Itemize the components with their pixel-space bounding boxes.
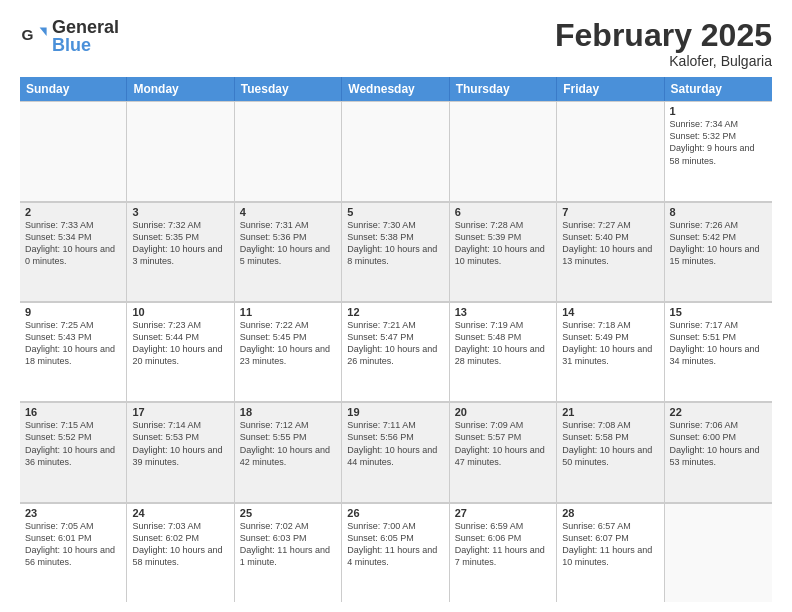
cell-detail: Sunrise: 7:09 AM Sunset: 5:57 PM Dayligh… [455,419,551,468]
cell-detail: Sunrise: 7:33 AM Sunset: 5:34 PM Dayligh… [25,219,121,268]
logo: G General Blue [20,18,119,54]
day-number: 3 [132,206,228,218]
calendar-cell [557,101,664,200]
cell-detail: Sunrise: 7:31 AM Sunset: 5:36 PM Dayligh… [240,219,336,268]
calendar-cell: 25Sunrise: 7:02 AM Sunset: 6:03 PM Dayli… [235,503,342,602]
cell-detail: Sunrise: 7:30 AM Sunset: 5:38 PM Dayligh… [347,219,443,268]
calendar-cell: 7Sunrise: 7:27 AM Sunset: 5:40 PM Daylig… [557,202,664,301]
day-number: 8 [670,206,767,218]
cell-detail: Sunrise: 7:25 AM Sunset: 5:43 PM Dayligh… [25,319,121,368]
svg-marker-1 [40,28,47,36]
cell-detail: Sunrise: 7:11 AM Sunset: 5:56 PM Dayligh… [347,419,443,468]
logo-blue: Blue [52,35,91,55]
cell-detail: Sunrise: 7:05 AM Sunset: 6:01 PM Dayligh… [25,520,121,569]
day-header-monday: Monday [127,77,234,101]
svg-text:G: G [21,26,33,43]
cell-detail: Sunrise: 7:00 AM Sunset: 6:05 PM Dayligh… [347,520,443,569]
calendar-cell: 23Sunrise: 7:05 AM Sunset: 6:01 PM Dayli… [20,503,127,602]
calendar-week-5: 23Sunrise: 7:05 AM Sunset: 6:01 PM Dayli… [20,503,772,602]
cell-detail: Sunrise: 7:02 AM Sunset: 6:03 PM Dayligh… [240,520,336,569]
day-number: 20 [455,406,551,418]
cell-detail: Sunrise: 7:23 AM Sunset: 5:44 PM Dayligh… [132,319,228,368]
calendar-cell [342,101,449,200]
cell-detail: Sunrise: 7:03 AM Sunset: 6:02 PM Dayligh… [132,520,228,569]
logo-icon: G [20,22,48,50]
day-number: 22 [670,406,767,418]
month-title: February 2025 [555,18,772,53]
cell-detail: Sunrise: 7:06 AM Sunset: 6:00 PM Dayligh… [670,419,767,468]
day-header-sunday: Sunday [20,77,127,101]
calendar-week-1: 1Sunrise: 7:34 AM Sunset: 5:32 PM Daylig… [20,101,772,201]
day-header-thursday: Thursday [450,77,557,101]
day-number: 24 [132,507,228,519]
calendar-cell: 1Sunrise: 7:34 AM Sunset: 5:32 PM Daylig… [665,101,772,200]
day-number: 11 [240,306,336,318]
calendar-cell: 6Sunrise: 7:28 AM Sunset: 5:39 PM Daylig… [450,202,557,301]
day-number: 1 [670,105,767,117]
calendar: SundayMondayTuesdayWednesdayThursdayFrid… [20,77,772,602]
calendar-cell: 18Sunrise: 7:12 AM Sunset: 5:55 PM Dayli… [235,402,342,501]
calendar-cell: 20Sunrise: 7:09 AM Sunset: 5:57 PM Dayli… [450,402,557,501]
day-header-friday: Friday [557,77,664,101]
calendar-cell: 3Sunrise: 7:32 AM Sunset: 5:35 PM Daylig… [127,202,234,301]
calendar-week-3: 9Sunrise: 7:25 AM Sunset: 5:43 PM Daylig… [20,302,772,402]
cell-detail: Sunrise: 7:21 AM Sunset: 5:47 PM Dayligh… [347,319,443,368]
calendar-cell: 16Sunrise: 7:15 AM Sunset: 5:52 PM Dayli… [20,402,127,501]
logo-general: General [52,17,119,37]
calendar-cell: 8Sunrise: 7:26 AM Sunset: 5:42 PM Daylig… [665,202,772,301]
day-number: 26 [347,507,443,519]
calendar-cell: 27Sunrise: 6:59 AM Sunset: 6:06 PM Dayli… [450,503,557,602]
day-number: 17 [132,406,228,418]
day-number: 27 [455,507,551,519]
calendar-body: 1Sunrise: 7:34 AM Sunset: 5:32 PM Daylig… [20,101,772,602]
calendar-cell: 15Sunrise: 7:17 AM Sunset: 5:51 PM Dayli… [665,302,772,401]
day-number: 6 [455,206,551,218]
day-number: 19 [347,406,443,418]
cell-detail: Sunrise: 7:32 AM Sunset: 5:35 PM Dayligh… [132,219,228,268]
cell-detail: Sunrise: 7:08 AM Sunset: 5:58 PM Dayligh… [562,419,658,468]
calendar-cell: 9Sunrise: 7:25 AM Sunset: 5:43 PM Daylig… [20,302,127,401]
day-number: 9 [25,306,121,318]
calendar-cell [127,101,234,200]
day-number: 12 [347,306,443,318]
cell-detail: Sunrise: 7:19 AM Sunset: 5:48 PM Dayligh… [455,319,551,368]
calendar-cell: 22Sunrise: 7:06 AM Sunset: 6:00 PM Dayli… [665,402,772,501]
cell-detail: Sunrise: 6:57 AM Sunset: 6:07 PM Dayligh… [562,520,658,569]
day-header-wednesday: Wednesday [342,77,449,101]
calendar-cell: 24Sunrise: 7:03 AM Sunset: 6:02 PM Dayli… [127,503,234,602]
calendar-cell: 17Sunrise: 7:14 AM Sunset: 5:53 PM Dayli… [127,402,234,501]
page-header: G General Blue February 2025 Kalofer, Bu… [20,18,772,69]
calendar-cell: 28Sunrise: 6:57 AM Sunset: 6:07 PM Dayli… [557,503,664,602]
calendar-cell: 19Sunrise: 7:11 AM Sunset: 5:56 PM Dayli… [342,402,449,501]
cell-detail: Sunrise: 7:15 AM Sunset: 5:52 PM Dayligh… [25,419,121,468]
day-number: 2 [25,206,121,218]
calendar-cell: 2Sunrise: 7:33 AM Sunset: 5:34 PM Daylig… [20,202,127,301]
day-number: 15 [670,306,767,318]
location: Kalofer, Bulgaria [555,53,772,69]
cell-detail: Sunrise: 7:26 AM Sunset: 5:42 PM Dayligh… [670,219,767,268]
day-number: 18 [240,406,336,418]
calendar-cell [20,101,127,200]
cell-detail: Sunrise: 6:59 AM Sunset: 6:06 PM Dayligh… [455,520,551,569]
calendar-cell: 12Sunrise: 7:21 AM Sunset: 5:47 PM Dayli… [342,302,449,401]
calendar-cell: 21Sunrise: 7:08 AM Sunset: 5:58 PM Dayli… [557,402,664,501]
calendar-cell: 11Sunrise: 7:22 AM Sunset: 5:45 PM Dayli… [235,302,342,401]
calendar-cell [665,503,772,602]
day-number: 4 [240,206,336,218]
calendar-cell: 4Sunrise: 7:31 AM Sunset: 5:36 PM Daylig… [235,202,342,301]
day-number: 28 [562,507,658,519]
calendar-cell [235,101,342,200]
day-header-saturday: Saturday [665,77,772,101]
calendar-week-4: 16Sunrise: 7:15 AM Sunset: 5:52 PM Dayli… [20,402,772,502]
calendar-week-2: 2Sunrise: 7:33 AM Sunset: 5:34 PM Daylig… [20,202,772,302]
cell-detail: Sunrise: 7:12 AM Sunset: 5:55 PM Dayligh… [240,419,336,468]
title-block: February 2025 Kalofer, Bulgaria [555,18,772,69]
calendar-cell: 26Sunrise: 7:00 AM Sunset: 6:05 PM Dayli… [342,503,449,602]
day-number: 23 [25,507,121,519]
cell-detail: Sunrise: 7:17 AM Sunset: 5:51 PM Dayligh… [670,319,767,368]
day-number: 25 [240,507,336,519]
day-number: 21 [562,406,658,418]
day-number: 16 [25,406,121,418]
day-number: 7 [562,206,658,218]
day-number: 5 [347,206,443,218]
